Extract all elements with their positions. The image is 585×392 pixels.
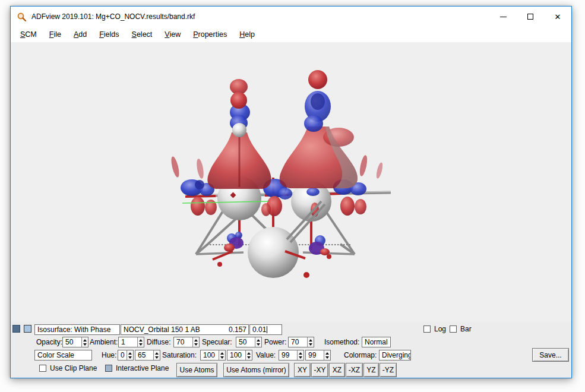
specular-label: Specular: bbox=[202, 338, 232, 346]
power-value: 70 bbox=[289, 337, 307, 347]
maximize-button[interactable] bbox=[517, 7, 544, 27]
val1-value: 99 bbox=[279, 350, 297, 360]
text-cursor bbox=[267, 326, 267, 333]
plane-minus-xy-button[interactable]: -XY bbox=[311, 363, 328, 377]
plane-minus-yz-button[interactable]: -YZ bbox=[380, 363, 397, 377]
hue-spinbox-1[interactable]: 0 bbox=[118, 350, 134, 361]
plane-minus-xz-button[interactable]: -XZ bbox=[346, 363, 363, 377]
isomethod-field[interactable]: Normal bbox=[362, 337, 391, 347]
window-title: ADFview 2019.101: Mg+CO_NOCV.results/ban… bbox=[31, 12, 195, 21]
diffuse-spinbox[interactable]: 70 bbox=[173, 337, 200, 347]
use-atoms-mirror-button[interactable]: Use Atoms (mirror) bbox=[223, 363, 289, 377]
diffuse-label: Diffuse: bbox=[147, 338, 170, 346]
app-window: ADFview 2019.101: Mg+CO_NOCV.results/ban… bbox=[10, 6, 572, 378]
colormap-label: Colormap: bbox=[344, 351, 377, 359]
magnifier-icon bbox=[17, 12, 27, 22]
isovalue-input[interactable]: 0.01 bbox=[249, 324, 282, 335]
bar-checkbox-label: Bar bbox=[460, 325, 472, 333]
close-button[interactable]: ✕ bbox=[544, 7, 571, 27]
close-icon: ✕ bbox=[555, 13, 561, 21]
spinner-arrows-icon[interactable] bbox=[192, 337, 199, 347]
use-clip-plane-label: Use Clip Plane bbox=[50, 364, 97, 372]
field-max-value: 0.157 bbox=[229, 325, 246, 334]
maximize-icon bbox=[527, 14, 533, 20]
interactive-plane-checkbox[interactable] bbox=[105, 365, 112, 372]
log-checkbox-label: Log bbox=[434, 325, 446, 333]
value-spinbox-2[interactable]: 99 bbox=[305, 350, 331, 361]
isovalue-text: 0.01 bbox=[252, 325, 266, 334]
opacity-value: 50 bbox=[63, 337, 81, 347]
interactive-plane-label: Interactive Plane bbox=[116, 364, 169, 372]
hue-label: Hue: bbox=[102, 351, 116, 359]
isosurface-type-field[interactable]: Isosurface: With Phase bbox=[34, 324, 120, 335]
colormap-field[interactable]: Diverging bbox=[379, 350, 411, 361]
menu-file[interactable]: File bbox=[45, 29, 66, 40]
spinner-arrows-icon[interactable] bbox=[245, 350, 252, 360]
minimize-button[interactable] bbox=[489, 7, 517, 27]
spinner-arrows-icon[interactable] bbox=[137, 337, 144, 347]
menu-fields[interactable]: Fields bbox=[94, 29, 124, 40]
spinner-arrows-icon[interactable] bbox=[324, 350, 330, 360]
minimize-icon bbox=[500, 17, 507, 17]
value-label: Value: bbox=[256, 351, 276, 359]
bar-checkbox[interactable] bbox=[450, 325, 457, 333]
spinner-arrows-icon[interactable] bbox=[81, 337, 88, 347]
power-label: Power: bbox=[264, 338, 286, 346]
save-button[interactable]: Save... bbox=[532, 348, 569, 362]
sat2-value: 100 bbox=[227, 350, 245, 360]
hue-spinbox-2[interactable]: 65 bbox=[135, 350, 160, 361]
spinner-arrows-icon[interactable] bbox=[255, 337, 261, 347]
spinner-arrows-icon[interactable] bbox=[219, 350, 225, 360]
plane-yz-button[interactable]: YZ bbox=[363, 363, 379, 377]
menu-select[interactable]: Select bbox=[127, 29, 157, 40]
ambient-spinbox[interactable]: 1 bbox=[118, 337, 144, 347]
menu-bar: SCM File Add Fields Select View Properti… bbox=[11, 27, 571, 42]
menu-scm[interactable]: SCM bbox=[15, 29, 42, 40]
specular-value: 50 bbox=[236, 337, 255, 347]
plane-xz-button[interactable]: XZ bbox=[329, 363, 345, 377]
diffuse-value: 70 bbox=[174, 337, 192, 347]
saturation-spinbox-2[interactable]: 100 bbox=[227, 350, 252, 361]
sat1-value: 100 bbox=[201, 350, 219, 360]
menu-add[interactable]: Add bbox=[69, 29, 91, 40]
menu-view[interactable]: View bbox=[160, 29, 185, 40]
saturation-label: Saturation: bbox=[162, 351, 197, 359]
hue2-value: 65 bbox=[135, 350, 153, 360]
use-atoms-button[interactable]: Use Atoms bbox=[176, 363, 217, 377]
title-bar[interactable]: ADFview 2019.101: Mg+CO_NOCV.results/ban… bbox=[11, 7, 571, 27]
spinner-arrows-icon[interactable] bbox=[297, 350, 303, 360]
spinner-arrows-icon[interactable] bbox=[127, 350, 133, 360]
color-swatch-button-2[interactable] bbox=[24, 325, 31, 333]
use-clip-plane-checkbox[interactable] bbox=[39, 365, 46, 372]
isosurface-control-panel: Isosurface: With Phase NOCV_Orbital 150 … bbox=[11, 321, 571, 378]
log-checkbox[interactable] bbox=[423, 325, 431, 333]
field-name-text: NOCV_Orbital 150 1 AB bbox=[124, 325, 200, 334]
ambient-value: 1 bbox=[119, 337, 137, 347]
opacity-spinbox[interactable]: 50 bbox=[62, 337, 88, 347]
val2-value: 99 bbox=[306, 350, 324, 360]
power-spinbox[interactable]: 70 bbox=[288, 337, 314, 347]
isomethod-label: Isomethod: bbox=[324, 338, 359, 346]
viewport-3d[interactable] bbox=[11, 42, 571, 321]
spinner-arrows-icon[interactable] bbox=[153, 350, 160, 360]
field-name-box[interactable]: NOCV_Orbital 150 1 AB 0.157 bbox=[121, 324, 249, 335]
spinner-arrows-icon[interactable] bbox=[307, 337, 314, 347]
menu-help[interactable]: Help bbox=[235, 29, 260, 40]
ambient-label: Ambient: bbox=[90, 338, 118, 346]
saturation-spinbox-1[interactable]: 100 bbox=[200, 350, 226, 361]
menu-properties[interactable]: Properties bbox=[188, 29, 232, 40]
specular-spinbox[interactable]: 50 bbox=[236, 337, 262, 347]
hue1-value: 0 bbox=[118, 350, 127, 360]
color-swatch-button-1[interactable] bbox=[12, 325, 20, 333]
plane-xy-button[interactable]: XY bbox=[294, 363, 311, 377]
opacity-label: Opacity: bbox=[36, 338, 62, 346]
color-scale-field[interactable]: Color Scale bbox=[34, 350, 92, 361]
value-spinbox-1[interactable]: 99 bbox=[279, 350, 304, 361]
molecule-isosurface-render bbox=[11, 42, 571, 321]
